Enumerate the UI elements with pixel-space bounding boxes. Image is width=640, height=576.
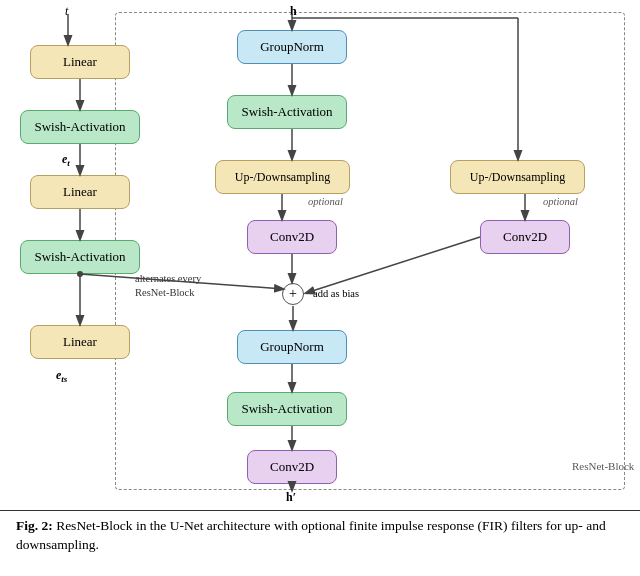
et-label: et [62,152,70,168]
fig-label: Fig. 2: [16,518,53,533]
conv1-node: Conv2D [247,220,337,254]
linear3-label: Linear [63,334,97,350]
groupnorm1-node: GroupNorm [237,30,347,64]
linear1-node: Linear [30,45,130,79]
caption-area: Fig. 2: ResNet-Block in the U-Net archit… [0,510,640,576]
conv3-label: Conv2D [270,459,314,475]
optional1-label: optional [308,196,343,207]
groupnorm1-label: GroupNorm [260,39,324,55]
swish1-node: Swish-Activation [20,110,140,144]
updown1-label: Up-/Downsampling [235,170,330,185]
swish2-label: Swish-Activation [35,249,126,265]
swish3-node: Swish-Activation [227,95,347,129]
swish3-label: Swish-Activation [242,104,333,120]
diagram-area: ResNet-Block t Linear Swish-Activation e… [0,0,640,510]
h-label: h [290,4,297,19]
alternates-label: alternates everyResNet-Block [135,272,215,299]
updown2-label: Up-/Downsampling [470,170,565,185]
swish4-node: Swish-Activation [227,392,347,426]
conv1-label: Conv2D [270,229,314,245]
swish4-label: Swish-Activation [242,401,333,417]
linear2-node: Linear [30,175,130,209]
hprime-label: h′ [286,490,296,505]
linear3-node: Linear [30,325,130,359]
linear2-label: Linear [63,184,97,200]
add-as-bias-label: add as bias [313,288,359,299]
conv2-label: Conv2D [503,229,547,245]
conv3-node: Conv2D [247,450,337,484]
linear1-label: Linear [63,54,97,70]
ets-label: ets [56,368,67,384]
updown2-node: Up-/Downsampling [450,160,585,194]
groupnorm2-label: GroupNorm [260,339,324,355]
resnet-block-outer-label: ResNet-Block [572,460,634,472]
updown1-node: Up-/Downsampling [215,160,350,194]
optional2-label: optional [543,196,578,207]
t-label: t [65,4,68,19]
caption-text: ResNet-Block in the U-Net architecture w… [16,518,606,552]
add-circle: + [282,283,304,305]
conv2-node: Conv2D [480,220,570,254]
groupnorm2-node: GroupNorm [237,330,347,364]
swish2-node: Swish-Activation [20,240,140,274]
swish1-label: Swish-Activation [35,119,126,135]
